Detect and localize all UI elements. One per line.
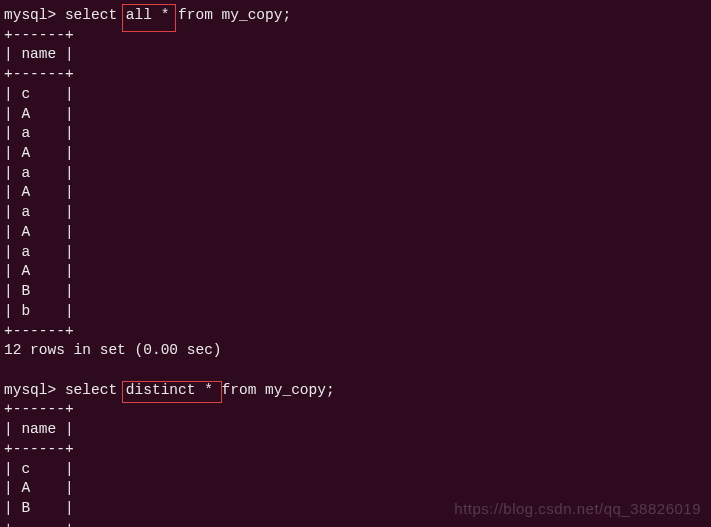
cmd-pre: select [65,7,126,23]
table-divider: +------+ [4,322,707,342]
table-row: | a | [4,243,707,263]
mysql-prompt: mysql> [4,382,65,398]
table-row: | A | [4,183,707,203]
watermark-text: https://blog.csdn.net/qq_38826019 [454,499,701,519]
table-divider: +------+ [4,519,707,527]
table-divider: +------+ [4,65,707,85]
table-header: | name | [4,45,707,65]
table-row: | c | [4,460,707,480]
table-row: | A | [4,223,707,243]
table-header: | name | [4,420,707,440]
cmd-post: from my_copy; [169,7,291,23]
table-row: | A | [4,105,707,125]
query1-command-line: mysql> select all * from my_copy; [4,6,707,26]
table-row: | A | [4,479,707,499]
table-divider: +------+ [4,400,707,420]
cmd-highlighted: distinct * [126,382,213,398]
cmd-pre: select [65,382,126,398]
mysql-prompt: mysql> [4,7,65,23]
table-row: | B | [4,282,707,302]
blank-line [4,361,707,381]
table-divider: +------+ [4,440,707,460]
table-row: | a | [4,203,707,223]
query2-command-line: mysql> select distinct * from my_copy; [4,381,707,401]
table-row: | A | [4,144,707,164]
query1-summary: 12 rows in set (0.00 sec) [4,341,707,361]
table-row: | a | [4,124,707,144]
cmd-highlighted: all * [126,7,170,23]
table-row: | a | [4,164,707,184]
cmd-post: from my_copy; [213,382,335,398]
table-row: | b | [4,302,707,322]
table-row: | c | [4,85,707,105]
table-row: | A | [4,262,707,282]
table-divider: +------+ [4,26,707,46]
